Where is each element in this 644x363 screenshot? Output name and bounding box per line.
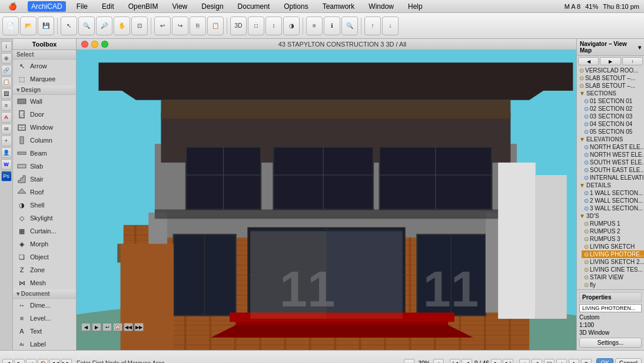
- tree-slab1[interactable]: ⊙SLAB SETOUT –...: [577, 74, 644, 82]
- tree-details-folder[interactable]: ▼DETAILS: [577, 182, 644, 189]
- tool-beam[interactable]: Beam: [13, 147, 76, 160]
- tree-section02[interactable]: ⊙02 SECTION 02: [582, 105, 644, 113]
- tree-wall-sec1[interactable]: ⊙1 WALL SECTION...: [582, 189, 644, 197]
- tree-section01[interactable]: ⊙01 SECTION 01: [582, 97, 644, 105]
- layers-btn[interactable]: ≡: [306, 16, 323, 35]
- paste-btn[interactable]: 📋: [207, 16, 224, 35]
- zoom-out-btn[interactable]: 🔎: [96, 16, 112, 35]
- ok-button[interactable]: OK: [596, 358, 613, 363]
- zoom-in-status-btn[interactable]: +: [433, 359, 444, 364]
- close-button[interactable]: [81, 41, 88, 48]
- tree-living-sketch2[interactable]: ⊙LIVING SKETCH 2...: [582, 258, 644, 266]
- tree-se-elev[interactable]: ⊙SOUTH EAST ELE...: [582, 166, 644, 174]
- nav-skip-back-btn[interactable]: ◀◀: [124, 323, 133, 331]
- tree-versiclad[interactable]: ⊙VERSICLAD ROO...: [577, 67, 644, 74]
- page-next-btn[interactable]: ▶: [491, 359, 502, 364]
- find-btn[interactable]: 🔍: [341, 16, 358, 35]
- help-menu[interactable]: Help: [404, 1, 426, 12]
- zoom-out-status-btn[interactable]: -: [404, 359, 414, 364]
- design-menu[interactable]: Design: [198, 1, 227, 12]
- ps-icon-btn[interactable]: Ps: [1, 171, 12, 182]
- file-menu[interactable]: File: [73, 1, 91, 12]
- properties-current-value[interactable]: LIVING PHOTOREN...: [579, 304, 642, 312]
- cancel-button[interactable]: Cancel: [615, 358, 642, 363]
- zoom-in-btn[interactable]: 🔍: [78, 16, 95, 35]
- viewport-canvas[interactable]: 11 11 ◀ ▶ ↩ 🏠 ◀◀ ▶▶: [77, 50, 576, 350]
- status-nav-fwd[interactable]: ▶: [14, 359, 25, 364]
- tree-3ds-folder[interactable]: ▼3D'S: [577, 212, 644, 220]
- redo-btn[interactable]: ↪: [172, 16, 188, 35]
- apple-menu[interactable]: 🍎: [5, 1, 21, 12]
- element-info-btn[interactable]: ℹ: [324, 16, 340, 35]
- nav-fit-btn[interactable]: 🏠: [113, 323, 122, 331]
- tool-morph[interactable]: ◈ Morph: [13, 237, 76, 250]
- tool-mesh[interactable]: ⋈ Mesh: [13, 276, 76, 289]
- tree-elevations-folder[interactable]: ▼ELEVATIONS: [577, 136, 644, 143]
- status-nav-back[interactable]: ◀: [2, 359, 13, 364]
- tool-slab[interactable]: Slab: [13, 160, 76, 173]
- status-nav-skip-f[interactable]: ▶▶: [61, 359, 72, 364]
- tree-wall-sec3[interactable]: ⊙3 WALL SECTION...: [582, 204, 644, 212]
- status-icon-1[interactable]: ⌂: [519, 359, 530, 364]
- tree-section04[interactable]: ⊙04 SECTION 04: [582, 120, 644, 128]
- render-btn[interactable]: ◑: [283, 16, 300, 35]
- tool-curtain[interactable]: ▦ Curtain...: [13, 225, 76, 237]
- tree-ne-elev[interactable]: ⊙NORTH EAST ELE...: [582, 143, 644, 151]
- new-btn[interactable]: 📄: [2, 16, 19, 35]
- tool-label[interactable]: Aı Label: [13, 338, 76, 350]
- arrow-tool-btn[interactable]: ↖: [61, 16, 77, 35]
- page-first-btn[interactable]: |◀: [450, 359, 460, 364]
- window-menu[interactable]: Window: [365, 1, 397, 12]
- open-btn[interactable]: 📂: [20, 16, 36, 35]
- nav-btn-up[interactable]: ↑: [622, 57, 643, 65]
- tree-slab2[interactable]: ⊙SLAB SETOUT –...: [577, 82, 644, 90]
- tree-sections-folder[interactable]: ▼SECTIONS: [577, 90, 644, 97]
- view-menu[interactable]: View: [168, 1, 191, 12]
- tree-rumpus3[interactable]: ⊙RUMPUS 3: [582, 235, 644, 243]
- nav-home-btn[interactable]: ↩: [102, 323, 112, 331]
- nav-next-btn[interactable]: ▶: [92, 323, 101, 331]
- tree-living-photore[interactable]: ⊙LIVING PHOTORE...: [582, 250, 644, 258]
- page-prev-btn[interactable]: ◀: [462, 359, 472, 364]
- document-menu[interactable]: Document: [234, 1, 274, 12]
- email-icon-btn[interactable]: ✉: [1, 124, 12, 134]
- tree-nw-elev[interactable]: ⊙NORTH WEST ELE...: [582, 151, 644, 159]
- status-icon-4[interactable]: ↕: [556, 359, 567, 364]
- tree-section03[interactable]: ⊙03 SECTION 03: [582, 113, 644, 120]
- acrobat-icon-btn[interactable]: A: [1, 112, 12, 123]
- openbim-menu[interactable]: OpenBIM: [125, 1, 162, 12]
- image-icon-btn[interactable]: 🖼: [1, 88, 12, 99]
- tree-stair-view[interactable]: ⊙STAIR VIEW: [582, 273, 644, 281]
- tool-roof[interactable]: Roof: [13, 186, 76, 199]
- link-icon-btn[interactable]: 🔗: [1, 65, 12, 75]
- tree-rumpus1[interactable]: ⊙RUMPUS 1: [582, 220, 644, 227]
- doc-icon-btn[interactable]: 📋: [1, 77, 12, 87]
- tree-wall-sec2[interactable]: ⊙2 WALL SECTION...: [582, 197, 644, 204]
- nav-skip-fwd-btn[interactable]: ▶▶: [134, 323, 144, 331]
- user-icon-btn[interactable]: 👤: [1, 147, 12, 158]
- tree-section05[interactable]: ⊙05 SECTION 05: [582, 128, 644, 136]
- nav-btn-fwd[interactable]: ▶: [600, 57, 620, 65]
- tree-int-elev[interactable]: ⊙INTERNAL ELEVATI...: [582, 174, 644, 182]
- maximize-button[interactable]: [101, 41, 108, 48]
- tool-skylight[interactable]: ◇ Skylight: [13, 212, 76, 225]
- tool-column[interactable]: Column: [13, 134, 76, 147]
- send-changes-btn[interactable]: ↑: [364, 16, 381, 35]
- tool-window[interactable]: Window: [13, 121, 76, 134]
- 3d-view-btn[interactable]: 3D: [230, 16, 247, 35]
- status-nav-home[interactable]: 🏠: [38, 359, 48, 364]
- tool-level[interactable]: ≡ Level...: [13, 312, 76, 325]
- tree-living-sketch[interactable]: ⊙LIVING SKETCH: [582, 243, 644, 250]
- tool-shell[interactable]: ◑ Shell: [13, 199, 76, 212]
- tool-text[interactable]: A Text: [13, 325, 76, 338]
- nav-prev-btn[interactable]: ◀: [81, 323, 91, 331]
- options-menu[interactable]: Options: [280, 1, 311, 12]
- floor-plan-btn[interactable]: □: [248, 16, 264, 35]
- tool-object[interactable]: ❑ Object: [13, 250, 76, 263]
- word-icon-btn[interactable]: W: [1, 159, 12, 170]
- tree-sw-elev[interactable]: ⊙SOUTH WEST ELE...: [582, 159, 644, 166]
- tool-door[interactable]: Door: [13, 108, 76, 121]
- tool-zone[interactable]: Z Zone: [13, 263, 76, 276]
- archicad-menu[interactable]: ArchiCAD: [28, 1, 66, 12]
- save-btn[interactable]: 💾: [38, 16, 54, 35]
